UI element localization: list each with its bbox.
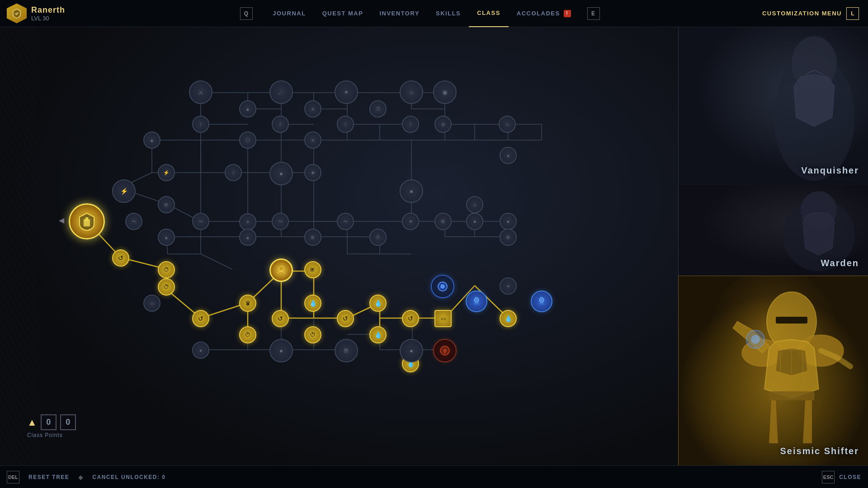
skill-pulse-1[interactable]: 〜 (125, 213, 142, 230)
topbar: Ranerth LVL 30 Q JOURNAL QUEST MAP INVEN… (0, 0, 868, 27)
skill-r3-2[interactable]: / (272, 116, 289, 133)
skill-active-timer-2[interactable]: ⏱ (158, 278, 175, 296)
skill-special-blue[interactable] (431, 275, 454, 298)
skill-near-special[interactable]: ✦ (500, 277, 517, 295)
skill-active-spiral-b4[interactable]: ↺ (402, 310, 419, 327)
skill-r3-1[interactable]: / (192, 116, 209, 133)
skill-nodes: ◀ ⚔ ☄ ✦ ☺ ◉ ▲ ∧ ⏱ / / / / ⚙ ☺ ▲ ⬡ ✕ ⚡ / … (0, 27, 868, 465)
skill-r1-3[interactable]: ✦ (335, 80, 358, 104)
skill-active-crown[interactable]: ♛ (239, 295, 256, 312)
skill-active-flame-1[interactable]: 💧 (304, 295, 321, 312)
class-pts-box-1: 0 (41, 414, 57, 430)
nav-key-e[interactable]: E (579, 0, 612, 27)
skill-r2-1[interactable]: ▲ (239, 100, 256, 117)
nav-skills[interactable]: SKILLS (428, 0, 469, 27)
cancel-unlocked-label: CANCEL UNLOCKED: 0 (92, 474, 165, 480)
skill-r8-4[interactable]: ⏱ (369, 229, 387, 246)
class-pts-label: Class Points (27, 432, 76, 438)
skill-r6-3[interactable]: ✦ (239, 213, 256, 230)
main-class-node[interactable] (69, 203, 105, 239)
skill-r-bottom-1[interactable]: ● (400, 339, 423, 362)
player-level: LVL 30 (31, 15, 65, 22)
reset-tree-label[interactable]: RESET TREE (28, 474, 69, 480)
player-name: Ranerth (31, 5, 65, 15)
svg-rect-142 (85, 217, 88, 221)
skill-active-flame-2[interactable]: 💧 (369, 295, 387, 312)
skill-r3-5[interactable]: ⚙ (434, 116, 452, 133)
skill-r6-7[interactable]: ☺ (466, 196, 483, 213)
player-shield-icon (7, 4, 27, 23)
skill-r6-5[interactable]: ✚ (304, 164, 321, 181)
skill-r2-3[interactable]: ⏱ (369, 100, 387, 117)
skill-pulse-2[interactable]: 〜 (192, 213, 209, 230)
skill-blue-large-2[interactable] (531, 291, 552, 312)
skill-pulse-8[interactable]: ● (500, 213, 517, 230)
skill-pulse-7[interactable]: ● (466, 213, 483, 230)
skill-active-flame-5[interactable]: 💧 (500, 310, 517, 327)
skill-active-large-center[interactable] (269, 258, 293, 282)
svg-point-145 (440, 284, 445, 289)
nav-class[interactable]: CLASS (469, 0, 509, 27)
close-label[interactable]: CLOSE (839, 474, 861, 480)
class-points-area: ▲ 0 0 Class Points (27, 414, 76, 438)
del-key: DEL (7, 471, 19, 483)
skill-r4-1[interactable]: ▲ (143, 131, 160, 149)
skill-active-flame-3[interactable]: 💧 (369, 326, 387, 343)
nav-journal[interactable]: JOURNAL (264, 0, 314, 27)
separator-icon: ◆ (78, 474, 83, 481)
skill-active-spiral-b2[interactable]: ↺ (272, 310, 289, 327)
skill-active-spiral-1[interactable]: ↺ (112, 249, 129, 267)
skill-inactive-b1[interactable]: ▭ (143, 295, 160, 312)
skill-r6-4[interactable]: ● (269, 162, 293, 185)
skill-active-timer-b1[interactable]: ⏱ (239, 326, 256, 343)
skill-inactive-bot-3[interactable]: ⛨ (335, 339, 358, 362)
skill-r3-3[interactable]: / (337, 116, 354, 133)
class-pts-icons: ▲ 0 0 (27, 414, 76, 430)
skill-active-doc[interactable]: ▭ (434, 310, 452, 327)
skill-r2-2[interactable]: ∧ (304, 100, 321, 117)
skill-r1-1[interactable]: ⚔ (189, 80, 212, 104)
skill-pulse-3[interactable]: 〜 (272, 213, 289, 230)
nav-key-q[interactable]: Q (232, 0, 264, 27)
skill-pulse-6[interactable]: ⛨ (434, 213, 452, 230)
skill-r6-1[interactable]: ⚡ (112, 179, 136, 203)
skill-r8-2[interactable]: ▲ (239, 229, 256, 246)
player-details: Ranerth LVL 30 (31, 5, 65, 22)
skill-r5-1[interactable]: ⚡ (158, 164, 175, 181)
bottom-right: ESC CLOSE (822, 471, 861, 483)
skill-r3-6[interactable]: ☺ (499, 116, 516, 133)
skill-r8-3[interactable]: ⛨ (304, 229, 321, 246)
q-key: Q (240, 7, 253, 20)
nav-accolades[interactable]: ACCOLADES ! (509, 0, 579, 27)
customization-menu[interactable]: CUSTOMIZATION MENU L (753, 7, 868, 20)
skill-inactive-bot-2[interactable]: ● (269, 339, 293, 362)
skill-blue-large-1[interactable] (466, 291, 487, 312)
nav-quest-map[interactable]: QUEST MAP (314, 0, 372, 27)
skill-active-spiral-b1[interactable]: ↺ (192, 310, 209, 327)
skill-r3-4[interactable]: / (402, 116, 419, 133)
skill-inactive-bot-1[interactable]: ● (192, 342, 209, 359)
skill-r6-6[interactable]: ● (400, 179, 423, 203)
up-arrow-icon: ▲ (27, 417, 37, 428)
skill-r6-8[interactable]: ● (500, 147, 517, 164)
skill-active-timer-b2[interactable]: ⏱ (304, 326, 321, 343)
skill-r8-5[interactable]: ⛨ (500, 229, 517, 246)
skill-r6-2[interactable]: ⛨ (158, 196, 175, 213)
skill-active-shield[interactable]: ⛨ (304, 261, 321, 278)
nav-inventory[interactable]: INVENTORY (371, 0, 428, 27)
skill-red-large[interactable] (433, 339, 457, 362)
skill-active-spiral-b3[interactable]: ↺ (337, 310, 354, 327)
skill-active-timer-1[interactable]: ⏱ (158, 261, 175, 278)
skill-r1-2[interactable]: ☄ (269, 80, 293, 104)
class-pts-box-2: 0 (60, 414, 76, 430)
skill-r5-2[interactable]: / (225, 164, 242, 181)
left-arrow: ◀ (59, 216, 64, 225)
bottom-bar: DEL RESET TREE ◆ CANCEL UNLOCKED: 0 ESC … (0, 465, 868, 488)
skill-r1-4[interactable]: ☺ (400, 80, 423, 104)
skill-pulse-5[interactable]: ✦ (402, 213, 419, 230)
skill-r1-5[interactable]: ◉ (433, 80, 457, 104)
skill-r4-3[interactable]: ✕ (304, 131, 321, 149)
skill-r4-2[interactable]: ⬡ (239, 131, 256, 149)
skill-r8-1[interactable]: ▲ (158, 229, 175, 246)
skill-pulse-4[interactable]: 〜 (337, 213, 354, 230)
